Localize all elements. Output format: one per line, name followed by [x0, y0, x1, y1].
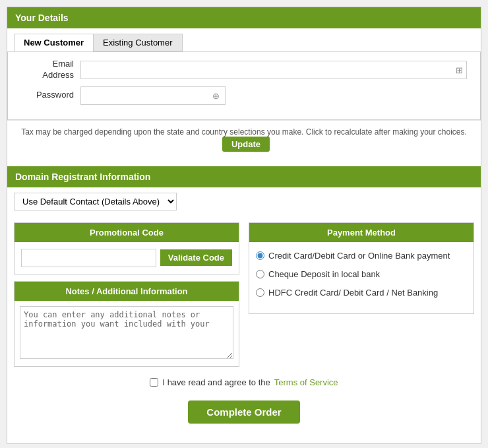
- payment-radio-hdfc[interactable]: [256, 288, 264, 297]
- password-input[interactable]: [80, 86, 226, 105]
- update-button[interactable]: Update: [222, 137, 270, 152]
- terms-link[interactable]: Terms of Service: [274, 377, 338, 387]
- promo-input[interactable]: [21, 249, 156, 267]
- two-col-layout: Promotional Code Validate Code Notes / A…: [7, 216, 481, 367]
- email-row: Email Address ⊞: [21, 59, 467, 81]
- payment-radio-cheque[interactable]: [256, 270, 264, 278]
- terms-checkbox[interactable]: [150, 378, 158, 387]
- payment-label-hdfc: HDFC Credit Card/ Debit Card / Net Banki…: [268, 287, 438, 299]
- your-details-header: Your Details: [7, 7, 481, 28]
- payment-option-cheque: Cheque Deposit in local bank: [256, 269, 467, 280]
- left-column: Promotional Code Validate Code Notes / A…: [14, 222, 239, 367]
- page-wrapper: Your Details New Customer Existing Custo…: [7, 7, 481, 444]
- notes-body: [15, 301, 239, 366]
- tab-new-customer[interactable]: New Customer: [14, 34, 93, 51]
- promo-box: Promotional Code Validate Code: [14, 222, 239, 274]
- right-column: Payment Method Credit Card/Debit Card or…: [249, 222, 474, 367]
- password-label: Password: [21, 90, 80, 101]
- complete-order-wrap: Complete Order: [7, 394, 481, 430]
- domain-contact-select[interactable]: Use Default Contact (Details Above): [14, 193, 177, 210]
- complete-order-button[interactable]: Complete Order: [188, 400, 299, 424]
- payment-radio-cc[interactable]: [256, 251, 264, 260]
- promo-body: Validate Code: [15, 242, 239, 274]
- terms-text: I have read and agree to the: [162, 377, 270, 387]
- password-input-wrap: ⊕: [80, 86, 467, 105]
- your-details-section: Your Details New Customer Existing Custo…: [7, 7, 481, 120]
- details-form: Email Address ⊞ Password ⊕: [7, 52, 481, 120]
- password-row: Password ⊕: [21, 86, 467, 105]
- tab-row: New Customer Existing Customer: [7, 28, 481, 52]
- password-icon: ⊕: [212, 90, 220, 100]
- tax-notice-text: Tax may be charged depending upon the st…: [21, 127, 467, 137]
- domain-header: Domain Registrant Information: [7, 166, 481, 187]
- promo-header: Promotional Code: [15, 223, 239, 242]
- notes-textarea[interactable]: [20, 306, 233, 359]
- domain-select-wrap: Use Default Contact (Details Above): [7, 187, 481, 216]
- payment-option-cc: Credit Card/Debit Card or Online Bank pa…: [256, 250, 467, 262]
- notes-box: Notes / Additional Information: [14, 281, 239, 367]
- payment-box: Payment Method Credit Card/Debit Card or…: [249, 222, 474, 315]
- payment-label-cheque: Cheque Deposit in local bank: [268, 269, 380, 280]
- payment-option-hdfc: HDFC Credit Card/ Debit Card / Net Banki…: [256, 287, 467, 299]
- validate-button[interactable]: Validate Code: [160, 249, 232, 266]
- payment-body: Credit Card/Debit Card or Online Bank pa…: [249, 242, 473, 314]
- email-label: Email Address: [21, 59, 80, 81]
- email-icon: ⊞: [456, 65, 463, 75]
- payment-label-cc: Credit Card/Debit Card or Online Bank pa…: [268, 250, 450, 262]
- email-input-wrap: ⊞: [80, 61, 467, 79]
- tab-existing-customer[interactable]: Existing Customer: [93, 34, 182, 51]
- notes-header: Notes / Additional Information: [15, 282, 239, 301]
- domain-section: Domain Registrant Information Use Defaul…: [7, 166, 481, 216]
- email-input[interactable]: [80, 61, 467, 79]
- terms-row: I have read and agree to the Terms of Se…: [7, 367, 481, 394]
- payment-header: Payment Method: [249, 223, 473, 242]
- tax-notice: Tax may be charged depending upon the st…: [7, 120, 481, 158]
